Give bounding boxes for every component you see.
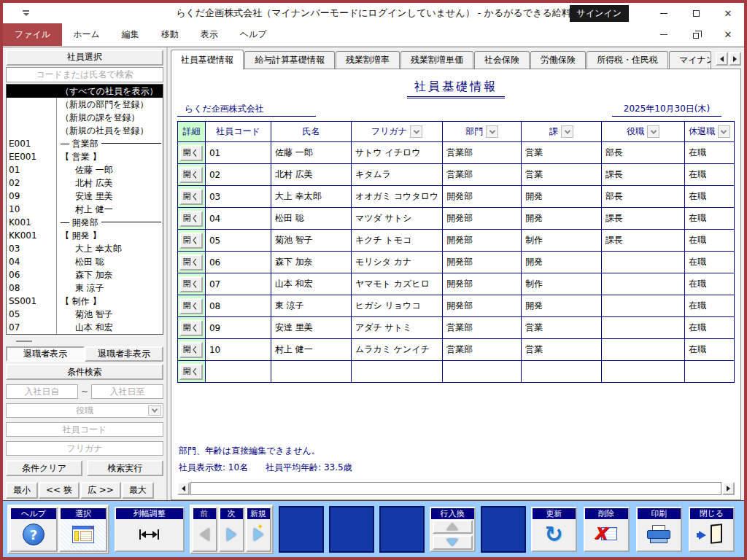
sidebar-size-button-3[interactable]: 最大 [122,482,154,499]
open-detail-button[interactable]: 開く [179,298,203,314]
maximize-button[interactable] [680,3,712,23]
cell-dept[interactable] [443,361,522,383]
open-detail-button[interactable]: 開く [179,276,203,292]
menu-item-1[interactable]: 編集 [111,23,150,46]
cell-dept[interactable]: 営業部 [443,317,522,339]
cell-status[interactable]: 在職 [684,186,734,208]
open-detail-button[interactable]: 開く [179,320,203,336]
cell-section[interactable]: 制作 [522,230,602,252]
furigana-field[interactable]: フリガナ [6,441,163,456]
cell-kana[interactable]: マツダ サトシ [351,208,442,230]
menu-item-4[interactable]: ヘルプ [229,23,278,46]
cell-dept[interactable]: 営業部 [443,339,522,361]
cell-section[interactable]: 営業 [522,317,602,339]
cell-kana[interactable]: モリシタ カナ [351,252,442,273]
column-header-6[interactable]: 役職 [602,122,685,142]
cell-code[interactable]: 09 [205,317,271,339]
cell-dept[interactable]: 開発部 [443,273,522,295]
employee-list-item[interactable]: K001― 開発部 [7,216,163,229]
cell-section[interactable]: 営業 [522,339,602,361]
cell-code[interactable]: 06 [205,252,271,273]
cell-dept[interactable]: 開発部 [443,186,522,208]
employee-list-item[interactable]: SS001【 制作 】 [7,295,163,308]
cell-kana[interactable]: キタムラ [351,164,442,186]
open-detail-button[interactable]: 開く [179,167,203,183]
hire-date-from-field[interactable]: 入社日自 [6,384,78,399]
cell-role[interactable]: 課長 [602,208,685,230]
cell-role[interactable] [602,252,685,273]
hide-retired-button[interactable]: 退職者非表示 [85,346,163,362]
cell-dept[interactable]: 営業部 [443,142,522,164]
cell-kana[interactable]: キクチ トモコ [351,230,442,252]
cell-kana[interactable]: サトウ イチロウ [351,142,442,164]
cell-section[interactable] [522,361,602,383]
open-detail-button[interactable]: 開く [179,342,203,358]
cell-role[interactable] [602,273,685,295]
cell-name[interactable]: 佐藤 一郎 [271,142,351,164]
cell-dept[interactable]: 開発部 [443,230,522,252]
tab-5[interactable]: 労働保険 [530,51,586,69]
cell-role[interactable]: 部長 [602,142,685,164]
employee-list-item[interactable]: 08東 涼子 [7,281,163,295]
hire-date-to-field[interactable]: 入社日至 [91,384,163,399]
tab-scroll-left-button[interactable] [716,52,728,66]
column-header-4[interactable]: 部門 [443,122,522,142]
cell-status[interactable]: 在職 [684,339,734,361]
cell-status[interactable]: 在職 [684,273,734,295]
filter-dropdown-icon[interactable] [486,125,498,138]
cell-code[interactable]: 01 [205,142,271,164]
cell-dept[interactable]: 開発部 [443,252,522,273]
mdi-minimize-button[interactable] [648,23,680,46]
cell-status[interactable]: 在職 [684,208,734,230]
open-detail-button[interactable]: 開く [179,211,203,227]
cell-name[interactable]: 山本 和宏 [271,273,351,295]
employee-list-item[interactable]: 04松田 聡 [7,255,163,268]
column-width-button[interactable]: 列幅調整 [115,507,185,552]
splitter-handle[interactable] [16,338,163,345]
minimize-button[interactable] [648,3,680,23]
employee-list-item[interactable]: 09安達 里美 [7,190,163,203]
mdi-restore-button[interactable] [680,23,712,46]
tab-7[interactable]: マイナン [669,51,711,69]
employee-search-input[interactable] [6,67,163,82]
sidebar-size-button-2[interactable]: 広 >> [80,482,121,499]
filter-dropdown-icon[interactable] [647,125,659,138]
quick-access-arrow-icon[interactable] [22,9,31,17]
column-header-7[interactable]: 休退職 [684,122,734,142]
cell-status[interactable]: 在職 [684,230,734,252]
close-screen-button[interactable]: 閉じる [689,507,735,552]
show-retired-button[interactable]: 退職者表示 [6,346,85,362]
row-up-button[interactable] [433,520,473,534]
menu-item-0[interactable]: ホーム [62,23,111,46]
cell-status[interactable]: 在職 [684,252,734,273]
employee-list-item[interactable]: （新規の課を登録） [7,111,163,124]
employee-list-item[interactable]: E001― 営業部 [7,137,163,150]
employee-list-item[interactable]: （すべての社員を表示） [7,85,163,98]
employee-list-item[interactable]: EE001【 営業 】 [7,150,163,163]
signin-button[interactable]: サインイン [570,5,629,22]
cell-kana[interactable]: ヤマモト カズヒロ [351,273,442,295]
cell-status[interactable]: 在職 [684,317,734,339]
cell-kana[interactable] [351,361,442,383]
cell-name[interactable]: 安達 里美 [271,317,351,339]
cell-dept[interactable]: 営業部 [443,164,522,186]
cell-role[interactable]: 部長 [602,186,685,208]
cell-role[interactable] [602,339,685,361]
filter-dropdown-icon[interactable] [410,125,422,138]
employee-list-item[interactable]: 02北村 広美 [7,176,163,190]
open-detail-button[interactable]: 開く [179,145,203,161]
cell-role[interactable] [602,295,685,317]
cell-name[interactable]: 東 涼子 [271,295,351,317]
sidebar-size-button-1[interactable]: << 狭 [39,482,80,499]
employee-list-item[interactable]: 05菊池 智子 [7,308,163,321]
tab-scroll-right-button[interactable] [729,52,741,66]
employee-tree-list[interactable]: （すべての社員を表示）（新規の部門を登録）（新規の課を登録）（新規の社員を登録）… [6,84,163,335]
row-down-button[interactable] [433,535,473,550]
cell-name[interactable] [271,361,351,383]
cell-code[interactable]: 03 [205,186,271,208]
employee-select-header-button[interactable]: 社員選択 [6,50,163,66]
employee-list-item[interactable]: 06森下 加奈 [7,268,163,281]
cell-status[interactable] [684,361,734,383]
open-detail-button[interactable]: 開く [179,254,203,271]
condition-clear-button[interactable]: 条件クリア [6,460,82,476]
